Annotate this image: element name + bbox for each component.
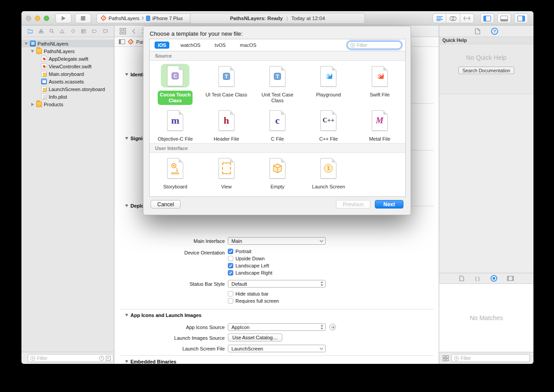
hide-status-bar-row[interactable]: Hide status bar (228, 291, 269, 296)
checkbox-unchecked-icon[interactable] (228, 256, 233, 261)
filter-input[interactable] (37, 355, 97, 361)
orientation-landscape-left-row[interactable]: Landscape Left (228, 263, 269, 268)
close-window-button[interactable] (26, 16, 31, 21)
metal-file-icon: M (365, 108, 394, 133)
launch-screen-file-popup[interactable]: LaunchScreen (228, 345, 326, 352)
symbol-navigator-icon[interactable] (39, 29, 43, 34)
navigator-filter-field[interactable] (28, 354, 113, 362)
code-snippet-library-icon[interactable]: { } (474, 276, 481, 281)
open-asset-catalog-arrow-button[interactable] (329, 324, 336, 330)
disclosure-open-icon[interactable] (31, 50, 34, 53)
app-icons-source-popup[interactable]: AppIcon (228, 323, 326, 331)
recent-files-clock-icon[interactable] (99, 356, 104, 361)
tree-row-label: PathsNLayers (44, 49, 75, 54)
template-filter-field[interactable] (347, 41, 402, 49)
search-documentation-button[interactable]: Search Documentation (458, 67, 514, 74)
template-objective-c-file[interactable]: m Objective-C File (150, 105, 201, 143)
filter-input[interactable] (461, 355, 527, 361)
template-empty[interactable]: Empty (252, 153, 303, 196)
template-playground[interactable]: Playground (303, 61, 354, 105)
filter-input[interactable] (357, 42, 399, 48)
tree-row-file[interactable]: Info.plist (21, 93, 114, 100)
tree-row-group[interactable]: Products (21, 100, 114, 108)
tree-row-file[interactable]: AppDelegate.swift (21, 55, 114, 63)
app-icons-section-header[interactable]: App Icons and Launch Images (125, 313, 201, 318)
go-back-icon[interactable] (132, 29, 135, 34)
disclosure-closed-icon[interactable] (31, 103, 34, 106)
main-interface-popup[interactable]: Main (228, 237, 326, 245)
titlebar: PathsNLayers iPhone 7 Plus PathsNLayers:… (21, 11, 533, 25)
debug-navigator-icon[interactable] (81, 29, 86, 34)
embedded-binaries-section-header[interactable]: Embedded Binaries (125, 359, 176, 364)
related-items-grid-icon[interactable] (120, 28, 126, 34)
status-bar-style-popup[interactable]: Default (228, 280, 326, 288)
requires-full-screen-row[interactable]: Requires full screen (228, 298, 279, 304)
template-header-file[interactable]: h Header File (201, 105, 252, 143)
cancel-button[interactable]: Cancel (151, 200, 180, 209)
tree-row-file[interactable]: Main.storyboard (21, 70, 114, 78)
find-navigator-icon[interactable] (50, 28, 54, 34)
tree-row-label: PathsNLayers (38, 41, 68, 46)
related-files-icon[interactable] (119, 39, 125, 44)
tab-macos[interactable]: macOS (237, 42, 260, 49)
swift-bird-blue-icon (323, 72, 333, 81)
checkbox-label: Requires full screen (235, 298, 279, 304)
media-library-icon[interactable] (507, 276, 514, 281)
tab-tvos[interactable]: tvOS (212, 42, 229, 49)
tree-row-group[interactable]: PathsNLayers (21, 47, 114, 55)
folder-icon (36, 101, 42, 107)
checkbox-checked-icon[interactable] (228, 263, 233, 268)
quick-help-inspector-icon[interactable]: ? (491, 28, 498, 35)
object-library-icon[interactable] (491, 275, 497, 282)
template-storyboard[interactable]: Storyboard (150, 153, 201, 196)
template-cpp-file[interactable]: C++ C++ File (303, 105, 354, 143)
template-metal-file[interactable]: M Metal File (354, 105, 405, 143)
orientation-portrait-row[interactable]: Portrait (228, 249, 251, 254)
tree-row-project[interactable]: PathsNLayers (21, 40, 114, 47)
template-ui-test-case-class[interactable]: T UI Test Case Class (201, 61, 252, 105)
scheme-selector[interactable]: PathsNLayers iPhone 7 Plus (97, 13, 200, 23)
orientation-landscape-right-row[interactable]: Landscape Right (228, 270, 273, 275)
template-swift-file[interactable]: Swift File (354, 61, 405, 105)
checkbox-checked-icon[interactable] (228, 270, 233, 275)
minimize-window-button[interactable] (35, 16, 40, 21)
checkbox-unchecked-icon[interactable] (228, 291, 233, 296)
checkbox-checked-icon[interactable] (228, 249, 233, 254)
toggle-utilities-button[interactable] (514, 13, 528, 23)
grid-view-icon[interactable] (443, 355, 449, 361)
next-button[interactable]: Next (375, 200, 403, 209)
tree-row-file[interactable]: Assets.xcassets (21, 78, 114, 85)
stop-button[interactable] (75, 13, 91, 23)
run-button[interactable] (55, 13, 71, 23)
project-navigator-icon[interactable] (28, 29, 33, 34)
toggle-debug-area-button[interactable] (497, 13, 511, 23)
breakpoint-navigator-icon[interactable] (92, 29, 97, 33)
tab-ios[interactable]: iOS (155, 42, 169, 49)
zoom-window-button[interactable] (44, 16, 49, 21)
template-view[interactable]: View (201, 153, 252, 196)
assistant-editor-button[interactable] (446, 13, 460, 23)
disclosure-open-icon[interactable] (25, 42, 28, 45)
debug-panel-icon (500, 16, 508, 21)
orientation-upside-down-row[interactable]: Upside Down (228, 256, 264, 261)
tab-watchos[interactable]: watchOS (177, 42, 204, 49)
template-unit-test-case-class[interactable]: T Unit Test Case Class (252, 61, 303, 105)
template-c-file[interactable]: c C File (252, 105, 303, 143)
library-filter-field[interactable] (451, 354, 530, 362)
source-control-status-icon[interactable] (106, 356, 111, 361)
test-navigator-icon[interactable] (71, 28, 75, 34)
previous-button[interactable]: Previous (336, 200, 370, 209)
checkbox-unchecked-icon[interactable] (228, 298, 233, 304)
use-asset-catalog-button[interactable]: Use Asset Catalog… (228, 334, 282, 342)
file-template-library-icon[interactable] (459, 275, 464, 281)
file-inspector-icon[interactable] (475, 28, 480, 34)
standard-editor-button[interactable] (432, 13, 446, 23)
tree-row-file[interactable]: ViewController.swift (21, 63, 114, 70)
toggle-navigator-button[interactable] (480, 13, 494, 23)
tree-row-file[interactable]: LaunchScreen.storyboard (21, 85, 114, 93)
version-editor-button[interactable] (460, 13, 474, 23)
template-cocoa-touch-class[interactable]: C Cocoa Touch Class (150, 61, 201, 105)
template-launch-screen[interactable]: 1 Launch Screen (303, 153, 354, 196)
issue-navigator-icon[interactable] (60, 29, 64, 34)
report-navigator-icon[interactable] (103, 29, 108, 34)
